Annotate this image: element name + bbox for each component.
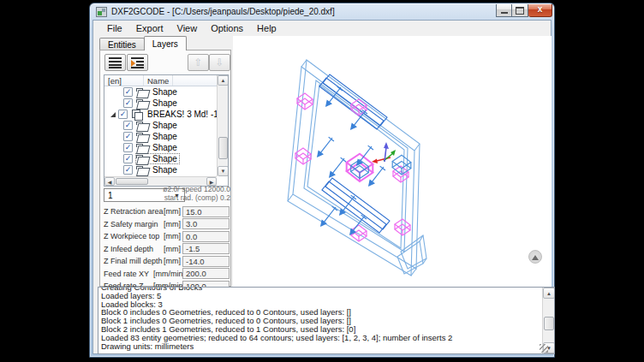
layer-checkbox[interactable]: ✓ bbox=[123, 98, 133, 108]
layer-checkbox[interactable]: ✓ bbox=[123, 143, 133, 152]
tree-header-name[interactable]: Name bbox=[144, 75, 173, 86]
param-label: Z Retraction area bbox=[104, 207, 153, 216]
layer-checkbox[interactable]: ✓ bbox=[118, 110, 128, 119]
tab-layers[interactable]: Layers bbox=[144, 36, 187, 50]
sidebar-tabs: Entities Layers bbox=[99, 36, 186, 50]
log-line: Drawing units: millimeters bbox=[101, 342, 540, 351]
folder-icon bbox=[136, 155, 147, 163]
param-label: Feed rate XY bbox=[104, 270, 153, 278]
menu-help[interactable]: Help bbox=[250, 22, 283, 34]
app-window: DXF2GCODE - [C:/Users/jeanpauls/Desktop/… bbox=[89, 3, 555, 358]
tab-entities[interactable]: Entities bbox=[99, 38, 145, 50]
folder-icon bbox=[136, 122, 147, 130]
layers-panel: ⇧ ⇩ [en] Name ✓ Shape bbox=[99, 50, 231, 287]
tree-row[interactable]: ✓ Shape bbox=[104, 86, 217, 98]
close-button[interactable] bbox=[528, 4, 552, 17]
scroll-down-icon[interactable]: ▼ bbox=[218, 166, 229, 176]
scrollbar-thumb[interactable] bbox=[218, 137, 228, 159]
tree-row[interactable]: ✓ Shape bbox=[104, 131, 217, 142]
layer-label: Shape bbox=[151, 165, 179, 175]
param-field[interactable]: -1.5 bbox=[182, 243, 230, 254]
layer-checkbox[interactable]: ✓ bbox=[123, 87, 133, 97]
tree-row[interactable]: ✓ Shape bbox=[104, 164, 217, 175]
param-row: Z Final mill depth [mm] -14.0 bbox=[104, 255, 230, 267]
resize-grip[interactable] bbox=[540, 344, 548, 353]
indent-tree-icon bbox=[131, 57, 144, 68]
param-unit: [mm/min] bbox=[153, 270, 181, 278]
maximize-button[interactable] bbox=[512, 4, 528, 17]
folder-icon bbox=[136, 88, 147, 97]
menu-file[interactable]: File bbox=[100, 22, 129, 34]
menu-view[interactable]: View bbox=[170, 22, 205, 34]
param-field[interactable]: 0.0 bbox=[182, 231, 230, 242]
param-row: Z Retraction area [mm] 15.0 bbox=[104, 205, 230, 217]
folder-icon bbox=[136, 144, 147, 152]
param-field[interactable]: 200.0 bbox=[182, 268, 230, 279]
move-layer-down-button[interactable]: ⇩ bbox=[209, 54, 230, 71]
menu-options[interactable]: Options bbox=[204, 22, 250, 34]
collapse-all-button[interactable] bbox=[104, 54, 126, 71]
param-field[interactable]: -14.0 bbox=[182, 256, 230, 267]
expander-icon[interactable] bbox=[110, 112, 116, 117]
param-field[interactable]: 3.0 bbox=[182, 218, 230, 229]
layer-checkbox[interactable]: ✓ bbox=[123, 132, 133, 141]
param-label: Z Infeed depth bbox=[104, 245, 153, 253]
param-row: Z Infeed depth [mm] -1.5 bbox=[104, 243, 230, 255]
tree-header-en[interactable]: [en] bbox=[104, 75, 144, 86]
layer-label: Shape bbox=[151, 87, 179, 97]
layer-label: Shape bbox=[151, 154, 179, 163]
arrow-down-icon: ⇩ bbox=[215, 57, 224, 68]
param-unit: [mm] bbox=[153, 257, 181, 265]
param-row: Feed rate XY [mm/min] 200.0 bbox=[104, 268, 230, 280]
menu-export[interactable]: Export bbox=[129, 22, 170, 34]
wireframe-drawing bbox=[233, 36, 552, 287]
tree-row[interactable]: ✓ Shape bbox=[104, 142, 217, 153]
tree-row[interactable]: ✓ Shape bbox=[104, 98, 217, 109]
desktop-background: { "window": { "title": "DXF2GCODE - [C:/… bbox=[0, 0, 644, 362]
layer-label: Shape bbox=[151, 121, 179, 130]
layer-checkbox[interactable]: ✓ bbox=[123, 154, 133, 163]
folder-icon bbox=[136, 166, 147, 175]
layer-tree: [en] Name ✓ Shape ✓ Shape bbox=[104, 74, 229, 187]
scrollbar-thumb[interactable] bbox=[544, 317, 554, 330]
param-row: Z Safety margin [mm] 3.0 bbox=[104, 218, 230, 230]
title-bar[interactable]: DXF2GCODE - [C:/Users/jeanpauls/Desktop/… bbox=[90, 3, 554, 20]
tree-row-breaks[interactable]: ✓ BREAKS! 3 Md! -14 bbox=[104, 109, 217, 120]
log-line: Loaded layers: 5 bbox=[101, 292, 540, 300]
param-unit: [mm] bbox=[153, 207, 181, 216]
tool-select-value: 1 bbox=[108, 191, 113, 200]
tool-info-line2: start rad. (comp) 0.2 bbox=[160, 194, 230, 203]
minimize-button[interactable] bbox=[496, 4, 512, 17]
tree-vertical-scrollbar[interactable]: ▲ ▼ bbox=[217, 75, 228, 176]
layer-checkbox[interactable]: ✓ bbox=[123, 121, 133, 130]
layer-checkbox[interactable]: ✓ bbox=[123, 165, 133, 175]
param-field[interactable]: 15.0 bbox=[182, 206, 230, 217]
scrollbar-thumb[interactable] bbox=[116, 178, 148, 185]
corner-grip-button[interactable] bbox=[528, 250, 542, 264]
param-label: Z Workpiece top bbox=[104, 232, 153, 240]
tree-row[interactable]: ✓ Shape bbox=[104, 120, 217, 131]
drawing-canvas[interactable] bbox=[233, 36, 552, 287]
log-lines: Creating Contours of Blocks Loaded layer… bbox=[101, 288, 540, 353]
folder-icon bbox=[136, 99, 147, 108]
arrow-up-icon: ⇧ bbox=[194, 57, 202, 68]
tree-row-focused[interactable]: ✓ Shape bbox=[104, 153, 217, 164]
param-row: Z Workpiece top [mm] 0.0 bbox=[104, 230, 230, 242]
param-label: Z Final mill depth bbox=[104, 257, 153, 265]
layers-icon bbox=[131, 110, 142, 119]
scroll-left-icon[interactable]: ◀ bbox=[104, 177, 115, 186]
message-log[interactable]: Creating Contours of Blocks Loaded layer… bbox=[98, 287, 555, 354]
layer-label: Shape bbox=[151, 132, 179, 141]
param-unit: [mm] bbox=[153, 232, 181, 240]
move-layer-up-button[interactable]: ⇧ bbox=[188, 54, 209, 71]
expand-tree-button[interactable] bbox=[127, 54, 148, 71]
folder-icon bbox=[136, 133, 147, 141]
app-icon bbox=[96, 7, 107, 17]
window-title: DXF2GCODE - [C:/Users/jeanpauls/Desktop/… bbox=[111, 7, 335, 16]
scroll-up-icon[interactable]: ▲ bbox=[218, 75, 229, 86]
scroll-up-icon[interactable]: ▲ bbox=[543, 288, 555, 299]
param-unit: [mm] bbox=[153, 245, 181, 253]
tool-info: ø2.0/ speed 12000.0 start rad. (comp) 0.… bbox=[160, 186, 230, 202]
list-icon bbox=[109, 57, 122, 68]
param-unit: [mm] bbox=[153, 220, 181, 228]
